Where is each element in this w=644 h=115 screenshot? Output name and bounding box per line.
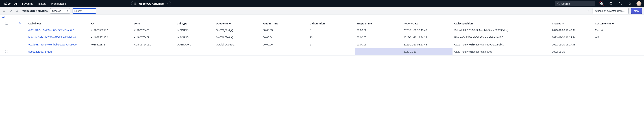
nav-history[interactable]: History	[38, 2, 46, 5]
row-checkbox[interactable]	[5, 50, 8, 53]
table-header-row: CallObject ANI DNIS CallType QueueName R…	[0, 20, 644, 27]
cell-ringingtime: 00:00:03	[261, 27, 308, 34]
callobject-link[interactable]: bb0cb9b3-da1d-4782-a7f6-854641b1db40	[28, 36, 76, 39]
cell-ani: 4088502172	[89, 41, 132, 48]
cell-dnis: +14806754091	[132, 27, 175, 34]
cell-queuename	[214, 48, 261, 55]
cell-ani: +14088502172	[89, 27, 132, 34]
cell-wrapuptime	[355, 48, 402, 55]
global-search-placeholder: Search	[561, 2, 570, 5]
globe-icon[interactable]	[599, 1, 604, 6]
cell-queuename: SNOW_Test_Q	[214, 34, 261, 41]
cell-activitydate: 2023-01-20 18:48:46	[402, 27, 452, 34]
list-toolbar: WebexCC Activities Created ▼ Search Acti…	[0, 7, 644, 15]
logo[interactable]: nw	[2, 1, 10, 6]
help-icon[interactable]	[608, 1, 614, 6]
table-row: 9d1d6e33-3a82-4e76-b6b6-a26d908c300e4088…	[0, 41, 644, 48]
col-ani[interactable]: ANI	[89, 20, 132, 27]
topbar: nw All Favorites History Workspaces ☰ We…	[0, 0, 644, 7]
chevron-down-icon: ▼	[66, 10, 68, 12]
cell-calltype: INBOUND	[175, 34, 214, 41]
col-ringingtime[interactable]: RingingTime	[261, 20, 308, 27]
gear-icon[interactable]	[586, 9, 590, 13]
cell-created: 2022-11-10 06:17:48	[550, 41, 593, 48]
field-select[interactable]: Created ▼	[50, 8, 70, 14]
cell-activitydate: 2022-11-10	[402, 48, 452, 55]
cell-calltype: INBOUND	[175, 27, 214, 34]
cell-queuename: Outdial Queue-1	[214, 41, 261, 48]
cell-created: 2022-11-10	[550, 48, 593, 55]
cell-created: 2023-01-20 16:48:47	[550, 27, 593, 34]
nav-favorites[interactable]: Favorites	[22, 2, 33, 5]
search-icon	[557, 2, 560, 5]
col-dnis[interactable]: DNIS	[132, 20, 175, 27]
column-search-icon[interactable]	[18, 22, 21, 25]
svg-line-11	[20, 24, 21, 24]
cell-wrapuptime: 00:00:05	[355, 41, 402, 48]
cell-activitydate: 2022-11-10 08:17:48	[402, 41, 452, 48]
list-icon: ☰	[134, 2, 137, 5]
col-queuename[interactable]: QueueName	[214, 20, 261, 27]
cell-wrapuptime: 00:00:02	[355, 27, 402, 34]
cell-ringingtime: 00:00:06	[261, 41, 308, 48]
avatar[interactable]	[636, 1, 642, 6]
cell-ani	[89, 48, 132, 55]
phone-icon[interactable]	[618, 1, 623, 6]
col-wrapuptime[interactable]: WrapupTime	[355, 20, 402, 27]
field-select-value: Created	[52, 9, 61, 12]
cell-ringingtime: 00:00:04	[261, 34, 308, 41]
svg-rect-8	[16, 10, 18, 11]
cell-calldisposition: Phone Call(d80ceb0d-a33c-4ca2-8ab9-12f5f…	[452, 34, 550, 41]
cell-callduration: 5	[308, 27, 355, 34]
nav-workspaces[interactable]: Workspaces	[51, 2, 66, 5]
list-search-input[interactable]: Search	[72, 8, 96, 14]
list-title: WebexCC Activities	[22, 9, 48, 12]
svg-line-1	[559, 4, 560, 5]
list-search-placeholder: Search	[74, 9, 82, 12]
col-activitydate[interactable]: ActivityDate	[402, 20, 452, 27]
cell-customername	[593, 41, 644, 48]
cell-dnis: +14806754091	[132, 41, 175, 48]
global-search[interactable]: Search	[555, 1, 595, 6]
table-row: 52e2929a-0c73-4f0d-2022-11-10Case Inquir…	[0, 48, 644, 55]
cell-callduration: 13	[308, 34, 355, 41]
col-callobject[interactable]: CallObject	[26, 20, 89, 27]
col-calldisposition[interactable]: CallDisposition	[452, 20, 550, 27]
col-callduration[interactable]: CallDuration	[308, 20, 355, 27]
select-all-checkbox[interactable]	[5, 22, 8, 25]
cell-calldisposition: Case Inquiry(e1f8c8c5-cac3-429b-af13-ebf…	[452, 41, 550, 48]
activities-table: CallObject ANI DNIS CallType QueueName R…	[0, 20, 644, 56]
actions-select-label: Actions on selected rows...	[594, 9, 625, 12]
filter-icon[interactable]	[9, 9, 13, 13]
col-calltype[interactable]: CallType	[175, 20, 214, 27]
cell-callduration: 5	[308, 41, 355, 48]
cell-callduration	[308, 48, 355, 55]
breadcrumb: All	[0, 15, 644, 20]
svg-point-0	[558, 3, 559, 4]
cell-customername: Maersk	[593, 27, 644, 34]
callobject-link[interactable]: 9d1d6e33-3a82-4e76-b6b6-a26d908c300e	[28, 43, 76, 46]
star-icon[interactable]: ☆	[166, 2, 168, 5]
new-button[interactable]: New	[631, 8, 642, 14]
context-pill[interactable]: ☰ WebexCC Activities ☆	[131, 1, 171, 6]
col-customername[interactable]: CustomerName	[593, 20, 644, 27]
cell-calltype	[175, 48, 214, 55]
callobject-link[interactable]: 52e2929a-0c73-4f0d-	[28, 50, 52, 53]
menu-icon[interactable]	[2, 9, 6, 13]
chevron-down-icon: ▾	[626, 9, 627, 12]
cell-queuename: SNOW_Test_Q	[214, 27, 261, 34]
cell-calldisposition: Case Inquiry(e1f8c8c5-cac3-429b-	[452, 48, 550, 55]
bell-icon[interactable]	[627, 1, 632, 6]
actions-select[interactable]: Actions on selected rows... ▾	[592, 8, 629, 14]
callobject-link[interactable]: 4f8012f1-9ec5-483a-b00a-957af6bab6e1	[28, 29, 74, 32]
primary-nav: All Favorites History Workspaces	[14, 2, 66, 5]
breadcrumb-all[interactable]: All	[2, 16, 5, 19]
col-created[interactable]: Created▼	[550, 20, 593, 27]
cell-calltype: OUTBOUND	[175, 41, 214, 48]
table-row: bb0cb9b3-da1d-4782-a7f6-854641b1db40+140…	[0, 34, 644, 41]
cell-customername	[593, 48, 644, 55]
sort-desc-icon: ▼	[562, 23, 564, 25]
cell-activitydate: 2023-01-20 18:34:24	[402, 34, 452, 41]
activity-stream-icon[interactable]	[15, 9, 19, 13]
nav-all[interactable]: All	[14, 2, 18, 5]
